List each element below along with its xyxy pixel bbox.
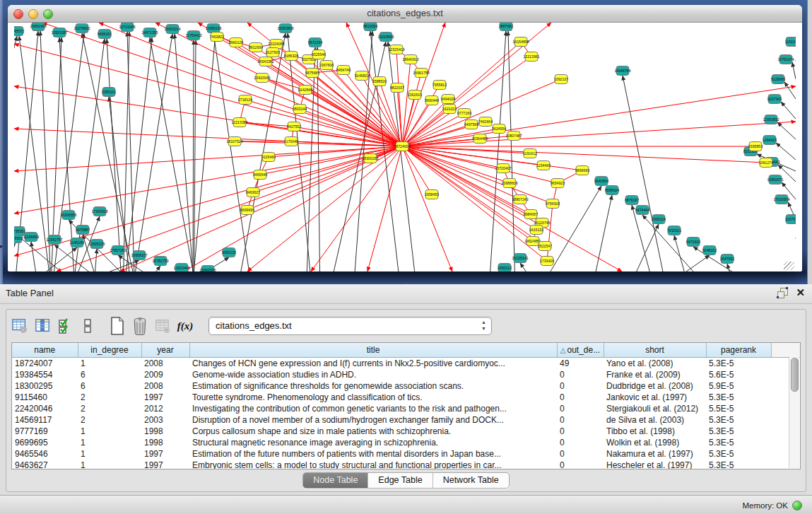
network-node-selected[interactable]: 1615132 xyxy=(529,226,543,235)
network-node-selected[interactable]: 9127505 xyxy=(266,48,280,57)
column-visibility-button[interactable] xyxy=(33,317,52,335)
table-row[interactable]: 969969511998Structural magnetic resonanc… xyxy=(12,437,800,448)
trash-button[interactable] xyxy=(131,317,149,335)
minimize-window-button[interactable] xyxy=(28,9,38,19)
network-node[interactable]: 11156869 xyxy=(23,233,39,242)
network-node-selected[interactable]: 15720407 xyxy=(495,164,511,173)
network-node[interactable]: 2055101 xyxy=(102,88,116,97)
network-node-selected[interactable]: 9115460 xyxy=(261,153,276,162)
network-node-selected[interactable]: 8186328 xyxy=(284,52,298,61)
network-node-selected[interactable]: 1170046 xyxy=(284,137,298,146)
table-row[interactable]: 946554611997Estimation of the future num… xyxy=(12,448,800,460)
network-canvas[interactable]: 2045572206914061055328715278602646616110… xyxy=(14,23,796,271)
network-node[interactable]: 9474444 xyxy=(635,206,649,215)
vertical-scrollbar[interactable] xyxy=(789,356,799,468)
network-node-selected[interactable]: 1092137 xyxy=(554,75,568,84)
table-row[interactable]: 977716911998Corpus callosum shape and si… xyxy=(12,426,800,437)
network-node[interactable]: 17359928 xyxy=(91,207,107,216)
network-node[interactable]: 2045572 xyxy=(14,27,24,36)
network-node-selected[interactable]: 1362615 xyxy=(408,90,422,100)
network-node-selected[interactable]: 1595853 xyxy=(748,142,763,151)
rows-button[interactable] xyxy=(78,317,97,335)
tab-network-table[interactable]: Network Table xyxy=(433,473,509,488)
zoom-window-button[interactable] xyxy=(43,9,53,19)
tab-edge-table[interactable]: Edge Table xyxy=(368,473,433,488)
network-node[interactable]: 9245012 xyxy=(702,246,717,255)
close-window-button[interactable] xyxy=(13,9,23,19)
network-node-selected[interactable]: 2522547 xyxy=(538,242,552,251)
network-node[interactable]: 9975887 xyxy=(76,226,90,235)
network-node[interactable]: 9227343 xyxy=(767,95,782,104)
network-node[interactable]: 1145194 xyxy=(70,238,84,247)
network-node-selected[interactable]: 23420046 xyxy=(254,74,270,83)
network-node-selected[interactable]: 2367608 xyxy=(319,61,334,70)
network-node-selected[interactable]: 1958455 xyxy=(425,190,439,199)
network-node-selected[interactable]: 2718126 xyxy=(238,95,252,105)
network-node[interactable]: 9050135 xyxy=(222,248,236,257)
network-node-selected[interactable]: 12325419 xyxy=(388,45,404,54)
network-node[interactable]: 6471626 xyxy=(686,238,700,247)
network-node-selected[interactable]: 1061274 xyxy=(759,158,773,168)
table-row[interactable]: 1456911722003Disruption of a novel membe… xyxy=(12,414,800,426)
network-node-selected[interactable]: 23226058 xyxy=(268,40,284,49)
table-row[interactable]: 911546021997Tourette syndrome. Phenomeno… xyxy=(12,392,800,403)
network-node[interactable]: 15992971 xyxy=(767,175,783,185)
network-node-selected[interactable]: 9463627 xyxy=(246,188,260,197)
node-table-grid[interactable]: namein_degreeyeartitle△out_de...shortpag… xyxy=(12,343,800,469)
network-node-selected[interactable]: 8454749 xyxy=(336,66,351,75)
network-node-selected[interactable]: 9146821 xyxy=(355,71,369,81)
network-node[interactable]: 15751074 xyxy=(777,55,794,64)
network-node-selected[interactable]: 9699695 xyxy=(240,206,254,215)
column-header-title[interactable]: title xyxy=(189,343,557,358)
network-node-selected[interactable]: 6494028 xyxy=(441,95,455,104)
tab-node-table[interactable]: Node Table xyxy=(303,473,368,488)
row-checklist-button[interactable] xyxy=(56,317,74,335)
table-row[interactable]: 1830029562008Estimation of significance … xyxy=(12,380,800,392)
network-node[interactable]: 8813054 xyxy=(363,23,377,31)
network-node-selected[interactable]: 18640910 xyxy=(402,55,418,64)
network-node[interactable]: 9640954 xyxy=(594,177,608,186)
network-node-selected[interactable]: 10807487 xyxy=(505,132,522,141)
column-header-in_degree[interactable]: in_degree xyxy=(78,343,141,358)
network-node-selected[interactable]: 3624554 xyxy=(492,124,506,134)
network-node-selected[interactable]: 1191612 xyxy=(523,149,537,158)
network-node-selected[interactable]: 1588520 xyxy=(372,77,387,86)
table-row[interactable]: 1872400712008Changes of HCN gene express… xyxy=(12,358,800,370)
network-node-selected[interactable]: 8427552 xyxy=(287,122,301,132)
network-node-selected[interactable]: 2803144 xyxy=(293,105,307,114)
network-window-titlebar[interactable]: citations_edges.txt xyxy=(8,5,802,23)
network-node-selected[interactable]: 9777169 xyxy=(457,109,471,118)
network-node[interactable]: 12093832 xyxy=(763,115,779,124)
network-node-selected[interactable]: 9325546 xyxy=(312,50,326,59)
table-settings-button[interactable] xyxy=(11,317,29,335)
network-node-selected[interactable]: 9654923 xyxy=(551,179,565,188)
network-node-selected[interactable]: 16154808 xyxy=(512,37,529,47)
network-node[interactable]: 16053809 xyxy=(277,24,293,33)
network-node-selected[interactable]: 7462664 xyxy=(478,117,493,127)
new-document-button[interactable] xyxy=(108,317,126,335)
network-node[interactable]: 2935114 xyxy=(652,215,666,224)
resize-grip[interactable] xyxy=(784,262,794,270)
network-node[interactable]: 6466161 xyxy=(98,30,112,39)
network-node[interactable]: 12923448 xyxy=(173,264,189,272)
function-builder-button[interactable]: f(x) xyxy=(176,317,194,335)
network-hub-node[interactable]: 18724007 xyxy=(394,142,410,151)
network-node-selected[interactable]: 18300295 xyxy=(362,154,378,163)
network-node-selected[interactable]: 5875685 xyxy=(305,69,319,78)
network-node[interactable]: 11959139 xyxy=(206,24,222,33)
scrollbar-thumb[interactable] xyxy=(791,358,799,392)
column-header-out_de[interactable]: △out_de... xyxy=(557,343,604,358)
network-node[interactable]: 1647532 xyxy=(720,255,734,264)
column-header-name[interactable]: name xyxy=(12,343,78,358)
network-node[interactable]: 15278602 xyxy=(73,24,90,33)
network-node[interactable]: 7632621 xyxy=(667,226,681,235)
table-selector-dropdown[interactable]: citations_edges.txt ▲▼ xyxy=(208,317,492,335)
network-node[interactable]: 6879197 xyxy=(625,196,639,205)
network-node[interactable]: 12754413 xyxy=(185,31,201,40)
network-node[interactable]: 20691406 xyxy=(30,23,46,31)
network-node-selected[interactable]: 9465546 xyxy=(253,170,267,180)
citation-network-graph[interactable]: 2045572206914061055328715278602646616110… xyxy=(14,23,796,271)
delete-table-button[interactable] xyxy=(153,317,172,335)
network-node[interactable]: 8572234 xyxy=(308,38,322,47)
column-header-pagerank[interactable]: pagerank xyxy=(706,343,771,358)
